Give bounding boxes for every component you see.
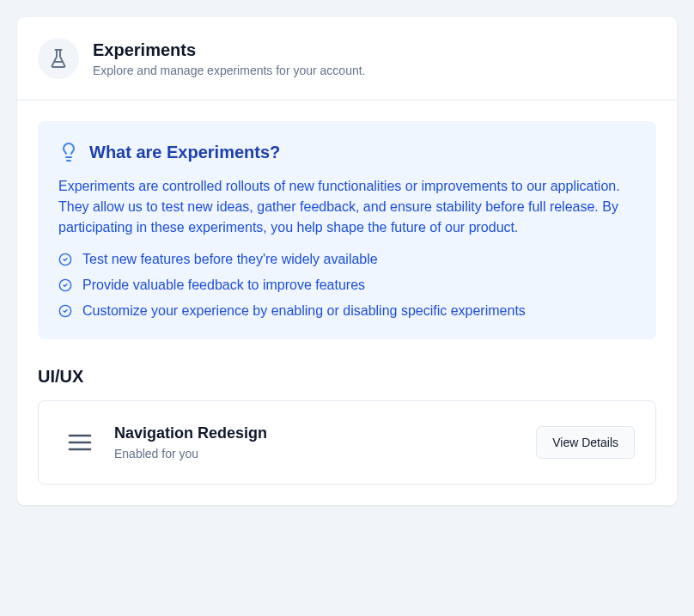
section-title-uiux: UI/UX [38, 367, 656, 387]
check-circle-icon [58, 304, 72, 318]
experiment-card: Navigation Redesign Enabled for you View… [38, 400, 656, 485]
flask-conical-icon [48, 48, 69, 69]
card-subtitle: Explore and manage experiments for your … [93, 64, 366, 77]
experiment-name: Navigation Redesign [114, 424, 267, 443]
experiment-info: Navigation Redesign Enabled for you [114, 424, 267, 460]
list-item: Provide valuable feedback to improve fea… [58, 278, 636, 293]
card-header: Experiments Explore and manage experimen… [17, 17, 677, 101]
info-box-header: What are Experiments? [58, 142, 636, 162]
list-item: Test new features before they're widely … [58, 252, 636, 267]
lightbulb-icon [58, 142, 79, 162]
card-title: Experiments [93, 40, 366, 60]
header-icon-wrapper [38, 38, 79, 79]
experiment-status: Enabled for you [114, 447, 267, 460]
card-header-text: Experiments Explore and manage experimen… [93, 40, 366, 77]
info-box-title: What are Experiments? [89, 143, 280, 162]
list-item-text: Provide valuable feedback to improve fea… [82, 278, 365, 293]
info-box: What are Experiments? Experiments are co… [38, 121, 656, 339]
info-box-description: Experiments are controlled rollouts of n… [58, 176, 636, 238]
experiment-icon-wrapper [59, 422, 100, 463]
experiment-left: Navigation Redesign Enabled for you [59, 422, 267, 463]
experiments-card: Experiments Explore and manage experimen… [17, 17, 677, 505]
check-circle-icon [58, 278, 72, 292]
list-item: Customize your experience by enabling or… [58, 303, 636, 319]
list-item-text: Customize your experience by enabling or… [82, 303, 526, 319]
view-details-button[interactable]: View Details [536, 426, 635, 459]
card-content: What are Experiments? Experiments are co… [17, 101, 677, 505]
menu-icon [66, 429, 94, 456]
list-item-text: Test new features before they're widely … [82, 252, 378, 267]
check-circle-icon [58, 253, 72, 266]
info-box-list: Test new features before they're widely … [58, 252, 636, 319]
